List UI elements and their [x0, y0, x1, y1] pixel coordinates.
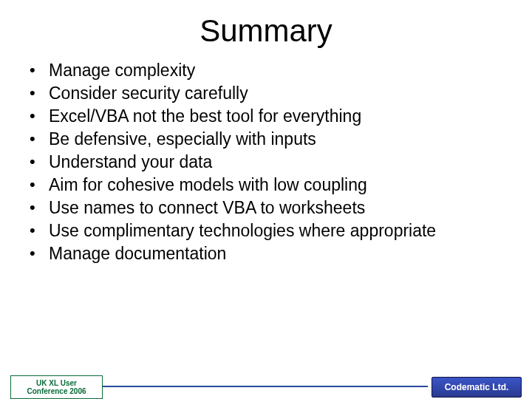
- conference-badge: UK XL User Conference 2006: [10, 375, 103, 399]
- slide-footer: UK XL User Conference 2006 Codematic Ltd…: [0, 369, 532, 399]
- slide-content: Manage complexity Consider security care…: [0, 59, 532, 265]
- list-item: Use complimentary technologies where app…: [21, 219, 511, 242]
- list-item: Aim for cohesive models with low couplin…: [21, 174, 511, 197]
- bullet-list: Manage complexity Consider security care…: [21, 59, 511, 265]
- footer-divider: [103, 386, 428, 387]
- list-item: Consider security carefully: [21, 82, 511, 105]
- conference-line2: Conference 2006: [27, 387, 86, 395]
- conference-line1: UK XL User: [36, 379, 77, 387]
- list-item: Manage documentation: [21, 242, 511, 265]
- list-item: Excel/VBA not the best tool for everythi…: [21, 105, 511, 128]
- list-item: Use names to connect VBA to worksheets: [21, 197, 511, 219]
- company-logo: Codematic Ltd.: [432, 377, 522, 398]
- list-item: Manage complexity: [21, 59, 511, 82]
- slide: Summary Manage complexity Consider secur…: [0, 13, 532, 399]
- slide-title: Summary: [0, 13, 532, 49]
- list-item: Understand your data: [21, 151, 511, 174]
- list-item: Be defensive, especially with inputs: [21, 128, 511, 151]
